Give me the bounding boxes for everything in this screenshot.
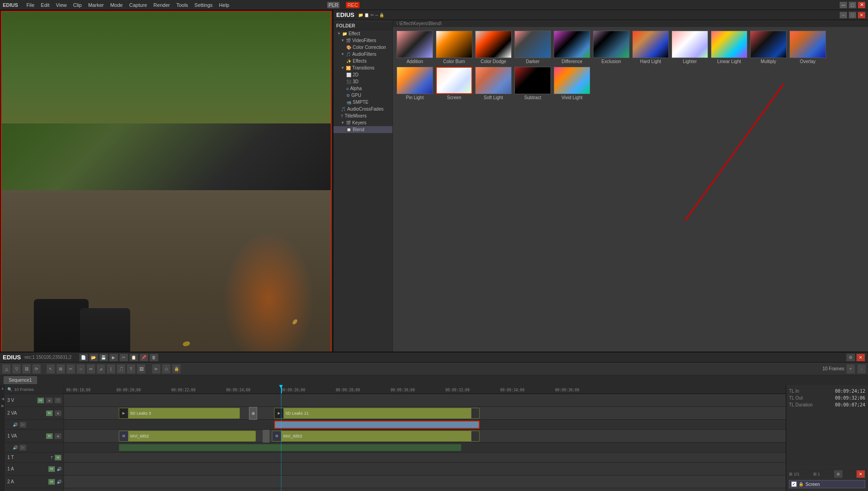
tree-color-correction[interactable]: 🎨 Color Correction bbox=[333, 44, 392, 51]
effect-item-screen[interactable]: Screen bbox=[436, 67, 472, 100]
effect-item-darker[interactable]: Darker bbox=[514, 31, 551, 64]
link-btn[interactable]: ⛓ bbox=[22, 364, 31, 374]
track-1t-lock[interactable]: H bbox=[54, 454, 62, 461]
render-btn[interactable]: ▶ bbox=[109, 353, 118, 362]
menu-settings[interactable]: Settings bbox=[195, 2, 213, 8]
tree-smpte[interactable]: 📹 SMPTE bbox=[333, 99, 392, 106]
sequence-tab-1[interactable]: Sequence1 bbox=[4, 376, 37, 384]
tree-blend[interactable]: 🔲 Blend bbox=[333, 126, 392, 133]
panel-close-btn[interactable]: ✕ bbox=[856, 470, 865, 478]
tree-alpha[interactable]: α Alpha bbox=[333, 85, 392, 92]
track-2va-eye[interactable]: ▲ bbox=[54, 410, 62, 416]
timeline-tracks[interactable]: 00:09:18;00 00:09:20;00 00:09:22;00 00:0… bbox=[64, 385, 786, 491]
zoom-out-btn[interactable]: - bbox=[857, 364, 866, 374]
clip-5d-leaks-3[interactable]: ▶ 5D Leaks 3 bbox=[119, 408, 240, 419]
image-tool[interactable]: 🖼 bbox=[137, 364, 146, 374]
effect-maximize[interactable]: □ bbox=[849, 12, 856, 18]
close-button[interactable]: ✕ bbox=[858, 2, 865, 8]
audio-tool[interactable]: 🎵 bbox=[116, 364, 126, 374]
cut-btn[interactable]: ✂ bbox=[119, 353, 128, 362]
effect-item-lighter[interactable]: Lighter bbox=[672, 31, 708, 64]
select-tool[interactable]: ↖ bbox=[46, 364, 55, 374]
copy-btn[interactable]: 📋 bbox=[129, 353, 138, 362]
tree-keyers[interactable]: ▼ 🎬 Keyers bbox=[333, 119, 392, 126]
maximize-button[interactable]: □ bbox=[849, 2, 856, 8]
side-ctrl-2[interactable]: ◀ bbox=[0, 395, 5, 402]
minimize-button[interactable]: ─ bbox=[840, 2, 847, 8]
track-3v-eye[interactable]: ▲ bbox=[46, 397, 53, 404]
menu-edit[interactable]: Edit bbox=[41, 2, 49, 8]
tree-gpu[interactable]: ⚙ GPU bbox=[333, 92, 392, 99]
lock-btn[interactable]: 🔒 bbox=[172, 364, 181, 374]
side-ctrl-1[interactable]: ▲ bbox=[0, 385, 5, 392]
transition-1[interactable]: ⊞ bbox=[249, 407, 257, 420]
effect-item-difference[interactable]: Difference bbox=[554, 31, 590, 64]
menu-clip[interactable]: Clip bbox=[73, 2, 82, 8]
track-2a-lock[interactable]: H bbox=[48, 479, 55, 485]
zoom-track-up[interactable]: △ bbox=[2, 364, 11, 374]
transition-2[interactable] bbox=[263, 430, 270, 443]
clip-5d-leaks-11[interactable]: ▶ 5D Leaks 11 bbox=[274, 408, 480, 419]
tree-3d[interactable]: ⬛ 3D bbox=[333, 78, 392, 85]
menu-help[interactable]: Help bbox=[219, 2, 229, 8]
expand-btn[interactable]: ⊕ bbox=[834, 470, 843, 478]
tree-audiofilters[interactable]: ▼ 🎵 AudioFilters bbox=[333, 51, 392, 58]
menu-mode[interactable]: Mode bbox=[110, 2, 123, 8]
track-1a-lock[interactable]: H bbox=[48, 466, 55, 472]
menu-render[interactable]: Render bbox=[153, 2, 170, 8]
effect-minimize[interactable]: ─ bbox=[840, 12, 847, 18]
zoom-track-down[interactable]: ▽ bbox=[12, 364, 21, 374]
tree-videofilters[interactable]: ▼ 🎬 VideoFilters bbox=[333, 37, 392, 44]
effect-item-overlay[interactable]: Overlay bbox=[789, 31, 826, 64]
zoom-in-btn[interactable]: + bbox=[846, 364, 855, 374]
menu-marker[interactable]: Marker bbox=[88, 2, 104, 8]
track-1va-lock[interactable]: H bbox=[46, 433, 53, 439]
sync-btn[interactable]: ⟳ bbox=[32, 364, 41, 374]
side-ctrl-3[interactable]: ▶ bbox=[0, 402, 5, 409]
track-1va-eye[interactable]: ▲ bbox=[54, 433, 62, 439]
effect-checkbox[interactable]: ✓ bbox=[791, 481, 797, 487]
effect-close[interactable]: ✕ bbox=[858, 12, 865, 18]
track-3v-lock[interactable]: H bbox=[37, 397, 44, 404]
rate-stretch[interactable]: ⊿ bbox=[96, 364, 106, 374]
tree-effect[interactable]: ▼ 📁 Effect bbox=[333, 30, 392, 37]
new-seq-btn[interactable]: 📄 bbox=[79, 353, 88, 362]
slide-tool[interactable]: ⇔ bbox=[86, 364, 95, 374]
text-tool[interactable]: T bbox=[127, 364, 136, 374]
razor-tool[interactable]: ✂ bbox=[66, 364, 75, 374]
track-3v-expand[interactable]: ▽ bbox=[54, 397, 62, 404]
effect-item-color-burn[interactable]: Color Burn bbox=[436, 31, 472, 64]
delete-btn[interactable]: 🗑 bbox=[149, 353, 159, 362]
tree-titlemixers[interactable]: T TitleMixers bbox=[333, 112, 392, 119]
marker-btn[interactable]: ◇ bbox=[162, 364, 171, 374]
tree-transitions[interactable]: ▼ 🔀 Transitions bbox=[333, 64, 392, 71]
menu-tools[interactable]: Tools bbox=[176, 2, 188, 8]
effect-item-addition[interactable]: Addition bbox=[397, 31, 433, 64]
track-2va-lock[interactable]: H bbox=[46, 410, 53, 416]
paste-btn[interactable]: 📌 bbox=[139, 353, 148, 362]
clip-mvi-6852[interactable]: 🖼 MVI_6852 bbox=[119, 431, 256, 442]
menu-view[interactable]: View bbox=[56, 2, 67, 8]
track-1va-audio-btn[interactable]: ▷ bbox=[19, 444, 26, 451]
effect-item-hard-light[interactable]: Hard Light bbox=[632, 31, 669, 64]
effect-item-vivid-light[interactable]: Vivid Light bbox=[554, 67, 590, 100]
menu-capture[interactable]: Capture bbox=[129, 2, 147, 8]
add-edit[interactable]: | bbox=[106, 364, 116, 374]
effect-item-soft-light[interactable]: Soft Light bbox=[475, 67, 512, 100]
snap-btn[interactable]: ⊳ bbox=[152, 364, 161, 374]
effect-item-color-dodge[interactable]: Color Dodge bbox=[475, 31, 512, 64]
effect-item-exclusion[interactable]: Exclusion bbox=[593, 31, 630, 64]
slip-tool[interactable]: ↔ bbox=[76, 364, 85, 374]
blend-effect-clip[interactable] bbox=[274, 421, 480, 429]
tree-effects[interactable]: ✨ Effects bbox=[333, 58, 392, 64]
screen-effect-item[interactable]: ✓ 🔒 Screen bbox=[789, 480, 865, 488]
effect-item-pin-light[interactable]: Pin Light bbox=[397, 67, 433, 100]
open-seq-btn[interactable]: 📂 bbox=[89, 353, 98, 362]
menu-file[interactable]: File bbox=[26, 2, 35, 8]
tree-audiocrossfades[interactable]: 🎵 AudioCrossFades bbox=[333, 106, 392, 112]
tree-2d[interactable]: ⬜ 2D bbox=[333, 71, 392, 78]
effect-item-subtract[interactable]: Subtract bbox=[514, 67, 551, 100]
effect-item-multiply[interactable]: Multiply bbox=[750, 31, 787, 64]
effect-item-linear-light[interactable]: Linear Light bbox=[711, 31, 747, 64]
tl-close-btn[interactable]: ✕ bbox=[856, 353, 865, 362]
